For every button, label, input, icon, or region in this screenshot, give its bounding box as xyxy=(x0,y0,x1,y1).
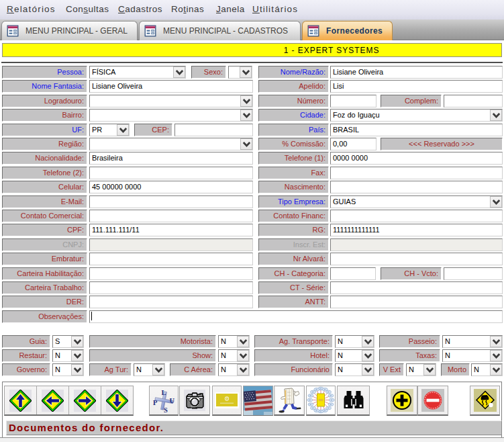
svg-text:U: U xyxy=(170,396,175,404)
svg-text:P: P xyxy=(153,398,158,406)
svg-text:S: S xyxy=(164,406,168,413)
svg-text:L: L xyxy=(162,389,166,396)
